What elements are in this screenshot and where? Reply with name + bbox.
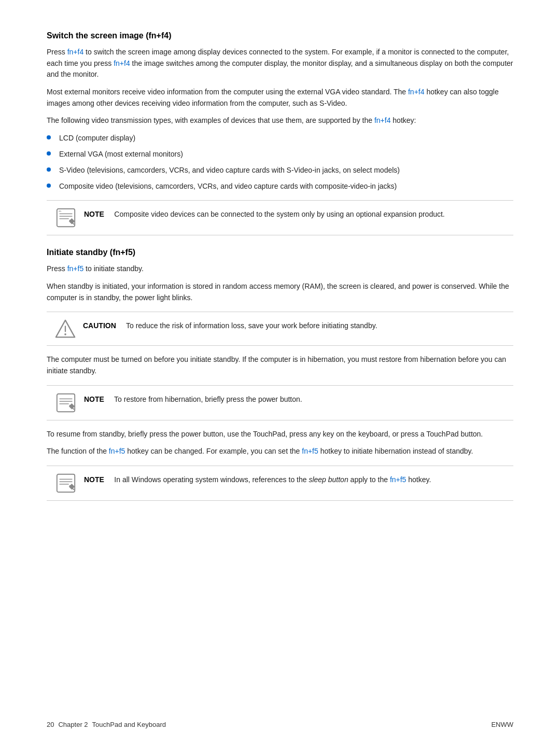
section2-para1-text1: Press — [47, 264, 67, 273]
note-text-2: To restore from hibernation, briefly pre… — [114, 395, 302, 403]
hotkey-fn-f5-3: fn+f5 — [302, 447, 318, 455]
section1-para3-text2: hotkey: — [390, 116, 416, 124]
list-item-text: Composite video (televisions, camcorders… — [59, 181, 397, 192]
bullet-icon — [47, 135, 51, 139]
note-content-sleep: NOTE In all Windows operating system win… — [84, 472, 431, 486]
note-box-hibernation: NOTE To restore from hibernation, briefl… — [47, 385, 513, 420]
section-initiate-standby: Initiate standby (fn+f5) Press fn+f5 to … — [47, 248, 513, 501]
svg-rect-12 — [57, 474, 75, 492]
caution-triangle-icon — [55, 318, 76, 339]
svg-point-7 — [64, 333, 66, 335]
list-item: S-Video (televisions, camcorders, VCRs, … — [47, 165, 513, 176]
list-item: LCD (computer display) — [47, 133, 513, 144]
section2-para5-text2: hotkey can be changed. For example, you … — [125, 447, 302, 455]
section2-para3: The computer must be turned on before yo… — [47, 354, 513, 376]
hotkey-fn-f4-1: fn+f4 — [67, 48, 84, 56]
bullet-icon — [47, 151, 51, 156]
hotkey-fn-f5-note: fn+f5 — [390, 475, 407, 484]
section1-para2-text1: Most external monitors receive video inf… — [47, 88, 408, 96]
note-label-3: NOTE — [84, 475, 104, 484]
section1-para1: Press fn+f4 to switch the screen image a… — [47, 47, 513, 80]
section1-bullet-list: LCD (computer display) External VGA (mos… — [47, 133, 513, 192]
section-switch-screen: Switch the screen image (fn+f4) Press fn… — [47, 31, 513, 235]
note-icon-2 — [55, 392, 77, 414]
section2-heading: Initiate standby (fn+f5) — [47, 248, 513, 257]
note-label-2: NOTE — [84, 395, 104, 403]
note-text-italic: sleep button — [309, 475, 348, 484]
list-item: Composite video (televisions, camcorders… — [47, 181, 513, 192]
note-icon-3 — [55, 472, 77, 494]
hotkey-fn-f4-2: fn+f4 — [114, 59, 130, 67]
footer-page-number: 20 — [47, 721, 54, 728]
caution-text-spacer — [118, 321, 124, 330]
list-item-text: LCD (computer display) — [59, 133, 135, 144]
hotkey-fn-f4-4: fn+f4 — [374, 116, 391, 124]
section2-para1: Press fn+f5 to initiate standby. — [47, 263, 513, 275]
page-footer: 20 Chapter 2 TouchPad and Keyboard ENWW — [47, 721, 513, 728]
list-item: External VGA (most external monitors) — [47, 149, 513, 160]
note-box-sleep: NOTE In all Windows operating system win… — [47, 466, 513, 501]
section1-para2: Most external monitors receive video inf… — [47, 87, 513, 109]
note-text-spacer-2 — [106, 395, 113, 403]
note-text-3a: In all Windows operating system windows,… — [114, 475, 309, 484]
section2-para5-text3: hotkey to initiate hibernation instead o… — [318, 447, 473, 455]
page: Switch the screen image (fn+f4) Press fn… — [0, 0, 560, 745]
section2-para1-text2: to initiate standby. — [83, 264, 144, 273]
section1-heading: Switch the screen image (fn+f4) — [47, 31, 513, 40]
list-item-text: S-Video (televisions, camcorders, VCRs, … — [59, 165, 400, 176]
note-content-composite: NOTE Composite video devices can be conn… — [84, 207, 445, 220]
note-label: NOTE — [84, 210, 104, 218]
caution-label: CAUTION — [83, 321, 116, 330]
section1-para3: The following video transmission types, … — [47, 115, 513, 126]
footer-chapter: Chapter 2 — [58, 721, 88, 728]
bullet-icon — [47, 167, 51, 172]
note-text: Composite video devices can be connected… — [114, 210, 444, 218]
hotkey-fn-f5-2: fn+f5 — [109, 447, 125, 455]
footer-left: 20 Chapter 2 TouchPad and Keyboard — [47, 721, 166, 728]
svg-rect-8 — [57, 393, 75, 411]
svg-text:✏: ✏ — [59, 209, 62, 213]
note-icon: ✏ — [55, 207, 77, 229]
section2-para2: When standby is initiated, your informat… — [47, 281, 513, 303]
note-content-hibernation: NOTE To restore from hibernation, briefl… — [84, 392, 302, 405]
section2-para5-text1: The function of the — [47, 447, 109, 455]
section2-para5: The function of the fn+f5 hotkey can be … — [47, 446, 513, 457]
note-text-3c: hotkey. — [406, 475, 431, 484]
note-text-spacer — [106, 210, 113, 218]
caution-text: To reduce the risk of information loss, … — [126, 321, 377, 330]
caution-box: CAUTION To reduce the risk of informatio… — [47, 312, 513, 346]
note-text-3b: apply to the — [348, 475, 390, 484]
note-text-spacer-3 — [106, 475, 113, 484]
footer-chapter-name: TouchPad and Keyboard — [92, 721, 166, 728]
hotkey-fn-f5-1: fn+f5 — [67, 264, 84, 273]
note-box-composite: ✏ NOTE Composite video devices can be co… — [47, 200, 513, 235]
list-item-text: External VGA (most external monitors) — [59, 149, 183, 160]
caution-content: CAUTION To reduce the risk of informatio… — [83, 318, 377, 332]
footer-locale: ENWW — [491, 721, 513, 728]
hotkey-fn-f4-3: fn+f4 — [408, 88, 425, 96]
section2-para4: To resume from standby, briefly press th… — [47, 429, 513, 440]
bullet-icon — [47, 184, 51, 188]
section1-para3-text1: The following video transmission types, … — [47, 116, 374, 124]
section1-para1-text1: Press — [47, 48, 67, 56]
